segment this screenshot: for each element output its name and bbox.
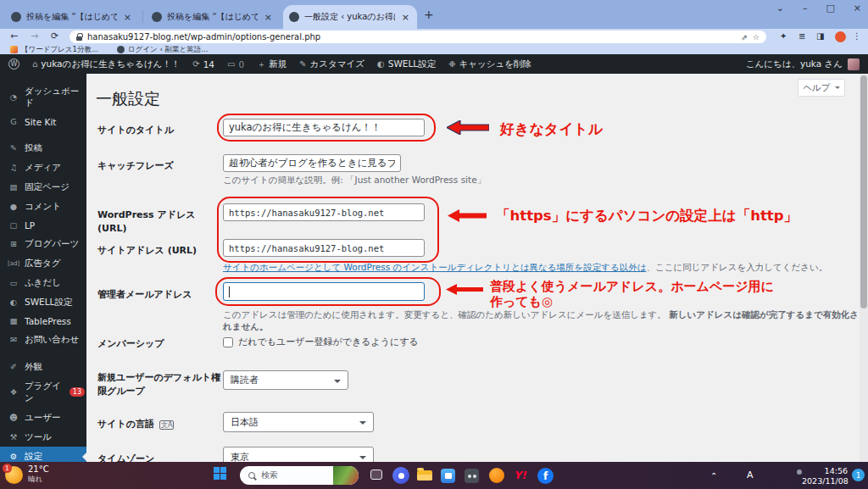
adminbar-customize[interactable]: ✎ カスタマイズ bbox=[299, 58, 364, 70]
annotation-arrow-left bbox=[446, 284, 483, 295]
browser-tab-active[interactable]: 一般設定 ‹ yukaのお得に生きちゃ × bbox=[283, 5, 417, 29]
chevron-down-icon bbox=[835, 86, 840, 92]
ime-mode-indicator[interactable]: A bbox=[747, 470, 754, 481]
adminbar-new[interactable]: ＋ 新規 bbox=[257, 58, 287, 70]
site-url-description: サイトのホームページとして WordPress のインストールディレクトリとは異… bbox=[223, 262, 859, 274]
adminbar-site-link[interactable]: ⌂ yukaのお得に生きちゃるけん！！ bbox=[32, 58, 180, 70]
wordpress-globe-favicon bbox=[11, 12, 21, 22]
site-url-input[interactable] bbox=[223, 239, 425, 257]
plus-icon: ＋ bbox=[257, 58, 265, 70]
tab-close-icon[interactable]: × bbox=[400, 12, 411, 23]
window-chevron-icon[interactable]: ⌄ bbox=[776, 3, 784, 14]
comments-icon: ● bbox=[8, 202, 19, 211]
tray-chevron-icon[interactable]: ⌃ bbox=[710, 471, 717, 481]
bookmark-item[interactable]: ログイン ‹ 副業と英語... bbox=[117, 45, 208, 55]
admin-email-input[interactable] bbox=[223, 282, 425, 301]
facebook-button[interactable]: f bbox=[537, 468, 554, 484]
help-button[interactable]: ヘルプ bbox=[798, 79, 845, 97]
user-avatar[interactable] bbox=[848, 58, 860, 70]
adminbar-updates[interactable]: ⟳ 14 bbox=[192, 59, 214, 69]
yahoo-button[interactable]: Y! bbox=[514, 469, 526, 481]
table-icon: ▦ bbox=[8, 316, 19, 325]
sidebar-item-plugins[interactable]: ❖プラグイン13 bbox=[0, 376, 86, 408]
sun-icon: 1 bbox=[5, 466, 23, 484]
file-explorer-button[interactable] bbox=[417, 470, 432, 481]
sidebar-item-appearance[interactable]: ✐外観 bbox=[0, 357, 86, 376]
adminbar-swell-settings[interactable]: ◐ SWELL設定 bbox=[377, 58, 436, 70]
annotation-arrow-left bbox=[447, 120, 489, 135]
bookmark-star-icon[interactable]: ☆ bbox=[753, 33, 760, 42]
clock-date: 2023/11/08 bbox=[802, 476, 848, 486]
tab-close-icon[interactable]: × bbox=[122, 12, 133, 23]
share-icon[interactable]: ⇗ bbox=[741, 33, 748, 42]
profile-avatar[interactable] bbox=[835, 31, 846, 42]
tagline-input[interactable] bbox=[223, 154, 401, 172]
weather-widget[interactable]: 1 21°C晴れ bbox=[5, 464, 49, 485]
taskbar-search[interactable]: 検索 bbox=[240, 466, 359, 485]
speech-bubble-icon: ▭ bbox=[8, 278, 19, 287]
browser-toolbar: ← → ⟳ hanasaku9127-blog.net/wp-admin/opt… bbox=[0, 29, 868, 45]
annotation-url-note: 「https」にするパソコンの設定上は「http」 bbox=[496, 207, 798, 225]
tab-close-icon[interactable]: × bbox=[263, 12, 274, 23]
page-scrollbar[interactable] bbox=[860, 74, 868, 462]
sidebar-item-tools[interactable]: ⚒ツール bbox=[0, 427, 86, 447]
side-panel-icon[interactable]: ◨ bbox=[816, 31, 824, 41]
window-close-button[interactable]: × bbox=[854, 3, 861, 14]
sitekit-icon: G bbox=[8, 117, 19, 126]
membership-checkbox[interactable] bbox=[223, 337, 233, 347]
sidebar-item-contact[interactable]: ✉お問い合わせ bbox=[0, 330, 86, 349]
adminbar-comments[interactable]: ▭ 0 bbox=[227, 59, 244, 69]
sidebar-item-pages[interactable]: ▤固定ページ bbox=[0, 177, 86, 197]
sidebar-item-dashboard[interactable]: ◔ダッシュボード bbox=[0, 81, 86, 113]
sidebar-item-fukidashi[interactable]: ▭ふきだし bbox=[0, 273, 86, 292]
wp-url-input[interactable] bbox=[223, 203, 425, 221]
bookmark-item[interactable]: 【ワードプレス1分教... bbox=[10, 45, 98, 55]
windows-logo-icon bbox=[214, 467, 226, 480]
forward-icon[interactable]: → bbox=[31, 31, 38, 42]
task-view-button[interactable] bbox=[370, 470, 382, 480]
menu-dots-icon[interactable]: ⋮ bbox=[853, 31, 861, 41]
sidebar-item-tablepress[interactable]: ▦TablePress bbox=[0, 312, 86, 330]
window-minimize-button[interactable]: – bbox=[803, 3, 808, 14]
site-title-input[interactable] bbox=[223, 119, 425, 136]
language-select[interactable]: 日本語 bbox=[223, 412, 374, 432]
browser-tab-2[interactable]: 投稿を編集 “【はじめてのWordPre × bbox=[146, 5, 280, 29]
translation-icon: 文A bbox=[159, 420, 174, 430]
wp-admin-bar: W ⌂ yukaのお得に生きちゃるけん！！ ⟳ 14 ▭ 0 ＋ 新規 ✎ カス… bbox=[0, 54, 868, 74]
adminbar-clear-cache[interactable]: ❉ キャッシュを削除 bbox=[448, 58, 531, 70]
sidebar-item-swell[interactable]: ◐SWELL設定 bbox=[0, 292, 86, 312]
mail-icon: ✉ bbox=[8, 335, 19, 344]
start-button[interactable] bbox=[214, 467, 226, 480]
new-tab-button[interactable]: + bbox=[424, 8, 434, 21]
extensions-icon[interactable]: ✦ bbox=[780, 31, 787, 41]
default-role-select[interactable]: 購読者 bbox=[223, 370, 348, 390]
window-maximize-button[interactable]: □ bbox=[826, 3, 834, 14]
sidebar-item-blogparts[interactable]: ⊞ブログパーツ bbox=[0, 234, 86, 253]
reload-icon[interactable]: ⟳ bbox=[51, 31, 58, 42]
site-url-help-link[interactable]: サイトのホームページとして WordPress のインストールディレクトリとは異… bbox=[223, 262, 646, 272]
browser-tab-1[interactable]: 投稿を編集 “【はじめてのWordPre × bbox=[5, 5, 139, 29]
url-text[interactable]: hanasaku9127-blog.net/wp-admin/options-g… bbox=[87, 32, 736, 42]
sidebar-item-adtags[interactable]: [ad]広告タグ bbox=[0, 253, 86, 273]
scrollbar-thumb[interactable] bbox=[860, 75, 867, 308]
sidebar-item-users[interactable]: ☻ユーザー bbox=[0, 408, 86, 427]
sidebar-item-posts[interactable]: ✎投稿 bbox=[0, 138, 86, 158]
settings-app-button[interactable] bbox=[465, 469, 479, 483]
tagline-description: このサイトの簡単な説明。例: 「Just another WordPress s… bbox=[223, 175, 486, 186]
wordpress-logo-icon[interactable]: W bbox=[8, 58, 19, 69]
notification-badge[interactable]: 1 bbox=[852, 469, 865, 481]
taskbar-clock[interactable]: 14:56 2023/11/08 bbox=[802, 466, 848, 486]
reading-list-icon[interactable]: ≣ bbox=[798, 31, 805, 41]
tab-title: 一般設定 ‹ yukaのお得に生きちゃ bbox=[304, 11, 395, 23]
adminbar-greeting[interactable]: こんにちは、yuka さん bbox=[746, 58, 843, 70]
sidebar-item-sitekit[interactable]: GSite Kit bbox=[0, 113, 86, 131]
sidebar-item-media[interactable]: ♫メディア bbox=[0, 158, 86, 177]
sidebar-item-lp[interactable]: ▢LP bbox=[0, 216, 86, 234]
ms-store-button[interactable] bbox=[441, 469, 455, 483]
chat-button[interactable] bbox=[392, 467, 409, 484]
back-icon[interactable]: ← bbox=[10, 31, 18, 42]
orange-app-button[interactable] bbox=[489, 468, 504, 483]
media-icon: ♫ bbox=[8, 163, 19, 172]
address-bar[interactable]: hanasaku9127-blog.net/wp-admin/options-g… bbox=[70, 31, 766, 43]
sidebar-item-comments[interactable]: ●コメント bbox=[0, 197, 86, 216]
